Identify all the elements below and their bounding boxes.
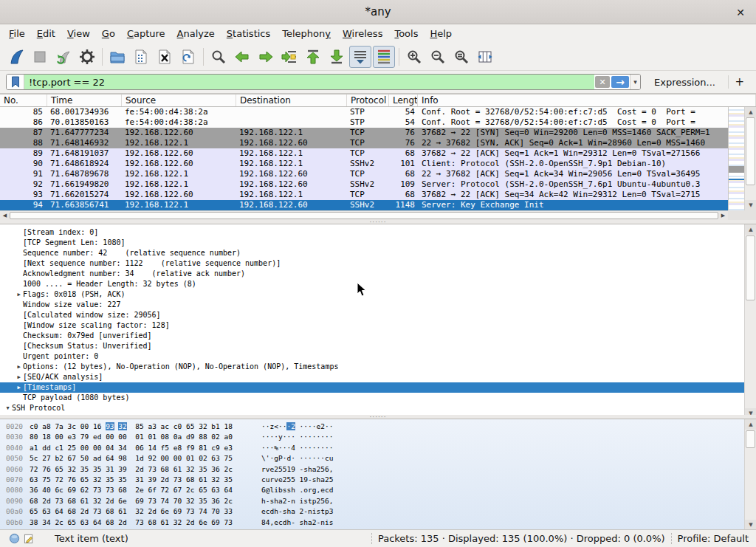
collapsed-arrow-icon[interactable]: ▶ — [15, 362, 23, 372]
scrollbar-thumb[interactable] — [746, 117, 755, 185]
start-capture-button[interactable] — [5, 46, 27, 68]
go-last-button[interactable] — [326, 46, 348, 68]
packet-row-90[interactable]: 9071.648618924192.168.122.60192.168.122.… — [0, 159, 756, 169]
add-filter-button[interactable]: + — [728, 75, 750, 89]
expression-button[interactable]: Expression... — [654, 77, 715, 88]
close-file-button[interactable] — [154, 46, 176, 68]
packet-row-89[interactable]: 8971.648191037192.168.122.60192.168.122.… — [0, 148, 756, 159]
bytes-vscrollbar[interactable]: ▲ ▼ — [744, 419, 756, 529]
packet-row-85[interactable]: 8568.001734936fe:54:00:d4:38:2aSTP54Conf… — [0, 107, 756, 117]
menu-item-analyze[interactable]: Analyze — [171, 26, 221, 41]
packet-row-87[interactable]: 8771.647777234192.168.122.60192.168.122.… — [0, 128, 756, 138]
hex-row[interactable]: 008036 40 6c 69 62 73 73 68 2e 6f 72 67 … — [0, 485, 756, 495]
column-header-protocol[interactable]: Protocol — [347, 94, 389, 106]
scrollbar-thumb[interactable] — [746, 235, 755, 300]
scroll-up-icon[interactable]: ▲ — [745, 107, 756, 117]
filter-bookmark-button[interactable] — [7, 75, 24, 89]
hex-row[interactable]: 007063 75 72 76 65 32 35 35 31 39 2d 73 … — [0, 475, 756, 485]
go-to-packet-button[interactable] — [278, 46, 300, 68]
packet-list-minimap-scrollbar[interactable] — [728, 107, 744, 210]
zoom-out-button[interactable] — [427, 46, 449, 68]
menu-item-edit[interactable]: Edit — [31, 26, 61, 41]
find-packet-button[interactable] — [207, 46, 230, 68]
detail-line[interactable]: Window size value: 227 — [0, 300, 756, 310]
packet-row-88[interactable]: 8871.648146932192.168.122.1192.168.122.6… — [0, 138, 756, 148]
zoom-in-button[interactable] — [403, 46, 425, 68]
close-window-icon[interactable]: ✕ — [732, 4, 749, 21]
detail-line[interactable]: [Window size scaling factor: 128] — [0, 320, 756, 331]
detail-line[interactable]: [Checksum Status: Unverified] — [0, 341, 756, 351]
packet-row-92[interactable]: 9271.661949820192.168.122.1192.168.122.6… — [0, 179, 756, 190]
packet-row-94[interactable]: 9471.663856741192.168.122.1192.168.122.6… — [0, 200, 756, 210]
scroll-down-icon[interactable]: ▼ — [745, 520, 756, 529]
collapsed-arrow-icon[interactable]: ▶ — [15, 382, 23, 393]
resize-columns-button[interactable] — [474, 46, 496, 68]
filter-clear-button[interactable]: ✕ — [595, 76, 610, 88]
detail-line[interactable]: [Next sequence number: 1122 (relative se… — [0, 258, 756, 269]
scroll-up-icon[interactable]: ▲ — [745, 419, 756, 430]
scroll-up-icon[interactable]: ▲ — [745, 224, 756, 235]
hex-row[interactable]: 003080 18 00 e3 79 ed 00 00 01 01 08 0a … — [0, 432, 756, 442]
display-filter-input[interactable]: !tcp.port == 22 — [24, 75, 594, 89]
expanded-arrow-icon[interactable]: ▼ — [4, 403, 12, 413]
menu-item-file[interactable]: File — [3, 26, 31, 41]
zoom-original-button[interactable] — [450, 46, 472, 68]
save-file-button[interactable] — [130, 46, 152, 68]
restart-capture-button[interactable] — [52, 46, 75, 68]
detail-vscrollbar[interactable]: ▲ ▼ — [744, 224, 756, 418]
filter-apply-button[interactable]: → — [611, 76, 629, 88]
go-first-button[interactable] — [302, 46, 324, 68]
detail-line[interactable]: ▶Options: (12 bytes), No-Operation (NOP)… — [0, 362, 756, 372]
capture-comment-button[interactable] — [22, 532, 35, 546]
column-header-destination[interactable]: Destination — [236, 94, 347, 106]
profile-status[interactable]: Profile: Default — [678, 533, 749, 544]
capture-options-button[interactable] — [76, 46, 98, 68]
column-header-no[interactable]: No. — [0, 94, 47, 106]
column-header-info[interactable]: Info — [418, 94, 756, 106]
menu-item-go[interactable]: Go — [96, 26, 121, 41]
packet-row-86[interactable]: 8670.013850163fe:54:00:d4:38:2aSTP54Conf… — [0, 117, 756, 128]
go-forward-button[interactable] — [255, 46, 277, 68]
scroll-down-icon[interactable]: ▼ — [745, 200, 756, 210]
detail-line[interactable]: Sequence number: 42 (relative sequence n… — [0, 248, 756, 258]
hex-row[interactable]: 00a065 63 64 68 2d 73 68 61 32 2d 6e 69 … — [0, 506, 756, 517]
menu-item-statistics[interactable]: Statistics — [221, 26, 276, 41]
filter-dropdown-button[interactable]: ▾ — [630, 75, 640, 89]
detail-line[interactable]: 1000 .... = Header Length: 32 bytes (8) — [0, 279, 756, 289]
scroll-right-icon[interactable]: ▶ — [718, 211, 728, 220]
open-file-button[interactable] — [106, 46, 128, 68]
auto-scroll-button[interactable] — [349, 46, 371, 68]
detail-line[interactable]: TCP payload (1080 bytes) — [0, 393, 756, 403]
column-header-length[interactable]: Length — [389, 94, 418, 106]
hex-row[interactable]: 00b038 34 2c 65 63 64 68 2d 73 68 61 32 … — [0, 517, 756, 528]
hex-row[interactable]: 00505c 27 b2 67 50 ad 64 98 1d 92 00 00 … — [0, 453, 756, 464]
scrollbar-thumb[interactable] — [746, 430, 755, 448]
menu-item-telephony[interactable]: Telephony — [276, 26, 337, 41]
detail-line[interactable]: ▼SSH Protocol — [0, 403, 756, 413]
hex-row[interactable]: 0020c0 a8 7a 3c 00 16 93 32 85 a3 ac c0 … — [0, 422, 756, 432]
hex-row[interactable]: 0040a1 dd c1 25 00 00 04 34 06 14 f5 e8 … — [0, 443, 756, 453]
detail-line[interactable]: [Calculated window size: 29056] — [0, 310, 756, 320]
collapsed-arrow-icon[interactable]: ▶ — [15, 289, 23, 300]
menu-item-view[interactable]: View — [61, 26, 96, 41]
hex-row[interactable]: 006072 76 65 32 35 35 31 39 2d 73 68 61 … — [0, 464, 756, 475]
menu-item-help[interactable]: Help — [424, 26, 458, 41]
reload-file-button[interactable] — [177, 46, 199, 68]
detail-line[interactable]: ▶[SEQ/ACK analysis] — [0, 372, 756, 382]
menu-item-capture[interactable]: Capture — [121, 26, 171, 41]
go-back-button[interactable] — [231, 46, 253, 68]
detail-line[interactable]: Acknowledgment number: 34 (relative ack … — [0, 269, 756, 279]
detail-line[interactable]: [TCP Segment Len: 1080] — [0, 238, 756, 248]
packet-row-91[interactable]: 9171.648789678192.168.122.1192.168.122.6… — [0, 169, 756, 179]
packet-list-vscrollbar[interactable]: ▲ ▼ — [744, 107, 756, 210]
expert-info-button[interactable] — [7, 532, 21, 546]
detail-line[interactable]: Urgent pointer: 0 — [0, 351, 756, 362]
column-header-source[interactable]: Source — [122, 94, 236, 106]
detail-line[interactable]: ▶Flags: 0x018 (PSH, ACK) — [0, 289, 756, 300]
colorize-button[interactable] — [373, 46, 395, 68]
collapsed-arrow-icon[interactable]: ▶ — [15, 372, 23, 382]
menu-item-tools[interactable]: Tools — [388, 26, 424, 41]
stop-capture-button[interactable] — [29, 46, 51, 68]
detail-line[interactable]: Checksum: 0x79ed [unverified] — [0, 331, 756, 341]
column-header-time[interactable]: Time — [47, 94, 122, 106]
